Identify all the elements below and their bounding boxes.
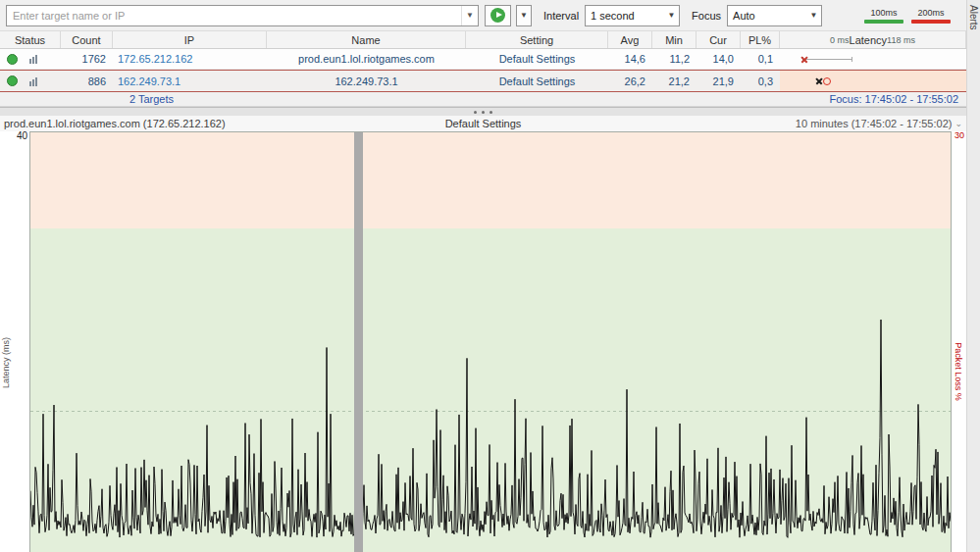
name-value: 162.249.73.1	[267, 71, 466, 91]
chevron-down-icon: ▼	[806, 11, 821, 20]
col-header-setting[interactable]: Setting	[466, 31, 608, 48]
pl-value: 0,3	[741, 71, 780, 91]
interval-select[interactable]: 1 second ▼	[585, 5, 680, 26]
legend-red-label: 200ms	[917, 8, 944, 18]
min-value: 21,2	[652, 71, 696, 91]
focus-label: Focus	[692, 10, 721, 22]
min-value: 11,2	[652, 49, 696, 69]
splitter-handle[interactable]	[0, 107, 966, 116]
col-header-cur[interactable]: Cur	[696, 31, 741, 48]
count-value: 886	[61, 71, 113, 91]
focus-range-label: Focus: 17:45:02 - 17:55:02	[830, 93, 966, 105]
chevron-down-icon: ▼	[664, 11, 679, 20]
count-value: 1762	[61, 49, 113, 69]
timeline-title: prod.eun1.lol.riotgames.com (172.65.212.…	[4, 118, 226, 129]
table-row[interactable]: 1762 172.65.212.162 prod.eun1.lol.riotga…	[0, 49, 966, 70]
latency-whisker	[802, 59, 852, 60]
chevron-down-icon: ⌄	[954, 119, 962, 128]
target-combo-dropdown[interactable]: ▼	[461, 6, 478, 25]
avg-value: 14,6	[608, 49, 652, 69]
legend-red-bar	[911, 20, 951, 24]
timeline-panel: prod.eun1.lol.riotgames.com (172.65.212.…	[0, 116, 966, 552]
latency-header-label: Latency	[850, 34, 888, 46]
status-ok-icon	[7, 54, 18, 65]
col-header-name[interactable]: Name	[267, 31, 466, 48]
name-value: prod.eun1.lol.riotgames.com	[267, 49, 466, 69]
latency-sparkline	[780, 71, 966, 91]
play-icon	[490, 8, 505, 23]
col-header-count[interactable]: Count	[61, 31, 113, 48]
latency-avg-marker-icon	[800, 55, 808, 63]
ip-value: 162.249.73.1	[113, 71, 267, 91]
setting-value[interactable]: Default Settings	[466, 49, 608, 69]
start-trace-dropdown[interactable]: ▼	[516, 5, 532, 26]
col-header-avg[interactable]: Avg	[608, 31, 652, 48]
focus-select[interactable]: Auto ▼	[727, 5, 822, 26]
timeline-range-label: 10 minutes (17:45:02 - 17:55:02)	[796, 118, 953, 129]
alerts-tab[interactable]: Alerts	[966, 0, 980, 552]
table-row[interactable]: 886 162.249.73.1 162.249.73.1 Default Se…	[0, 70, 966, 92]
status-ok-icon	[7, 75, 18, 86]
timeline-chart[interactable]	[29, 131, 952, 552]
latency-legend: 100ms 200ms	[864, 8, 951, 24]
latency-scale-max: 118 ms	[887, 35, 915, 45]
cur-value: 21,9	[696, 71, 741, 91]
alerts-tab-label: Alerts	[968, 5, 979, 30]
mini-graph-icon[interactable]	[29, 76, 37, 86]
target-combo: ▼	[6, 5, 479, 26]
packet-loss-axis: 30 Packet Loss %	[952, 131, 966, 552]
focus-value: Auto	[728, 10, 806, 22]
timeline-setting-label[interactable]: Default Settings	[445, 118, 522, 129]
interval-value: 1 second	[586, 10, 664, 22]
col-header-status[interactable]: Status	[0, 31, 61, 48]
col-header-pl[interactable]: PL%	[741, 31, 780, 48]
latency-sparkline	[780, 49, 966, 69]
cur-value: 14,0	[696, 49, 741, 69]
latency-cur-marker-icon	[823, 77, 831, 85]
ip-value: 172.65.212.162	[113, 49, 267, 69]
latency-scale-min: 0 ms	[830, 35, 850, 45]
legend-green-label: 100ms	[870, 8, 897, 18]
col-header-ip[interactable]: IP	[113, 31, 267, 48]
start-trace-button[interactable]	[485, 5, 511, 26]
timeline-range-selector[interactable]: 10 minutes (17:45:02 - 17:55:02) ⌄	[796, 118, 962, 129]
summary-bar: 2 Targets Focus: 17:45:02 - 17:55:02	[0, 92, 966, 107]
mini-graph-icon[interactable]	[29, 54, 37, 64]
y-axis-title: Latency (ms)	[1, 336, 11, 387]
pl-value: 0,1	[741, 49, 780, 69]
legend-green-bar	[864, 20, 903, 24]
col-header-latency[interactable]: 0 ms Latency 118 ms	[780, 31, 966, 48]
setting-value[interactable]: Default Settings	[466, 71, 608, 91]
packet-loss-max-label: 30	[954, 130, 964, 140]
avg-value: 26,2	[608, 71, 652, 91]
y-axis: 40 Latency (ms) 0	[0, 131, 29, 552]
y-max-label: 40	[17, 130, 27, 141]
interval-label: Interval	[543, 10, 579, 22]
target-input[interactable]	[7, 6, 461, 25]
packet-loss-axis-title: Packet Loss %	[954, 342, 963, 401]
col-header-min[interactable]: Min	[652, 31, 696, 48]
pingplotter-window: ▼ ▼ Interval 1 second ▼ Focus Auto ▼ 100…	[0, 0, 980, 552]
toolbar: ▼ ▼ Interval 1 second ▼ Focus Auto ▼ 100…	[0, 0, 966, 31]
target-table-header: Status Count IP Name Setting Avg Min Cur…	[0, 31, 966, 49]
target-count-label: 2 Targets	[129, 93, 174, 105]
